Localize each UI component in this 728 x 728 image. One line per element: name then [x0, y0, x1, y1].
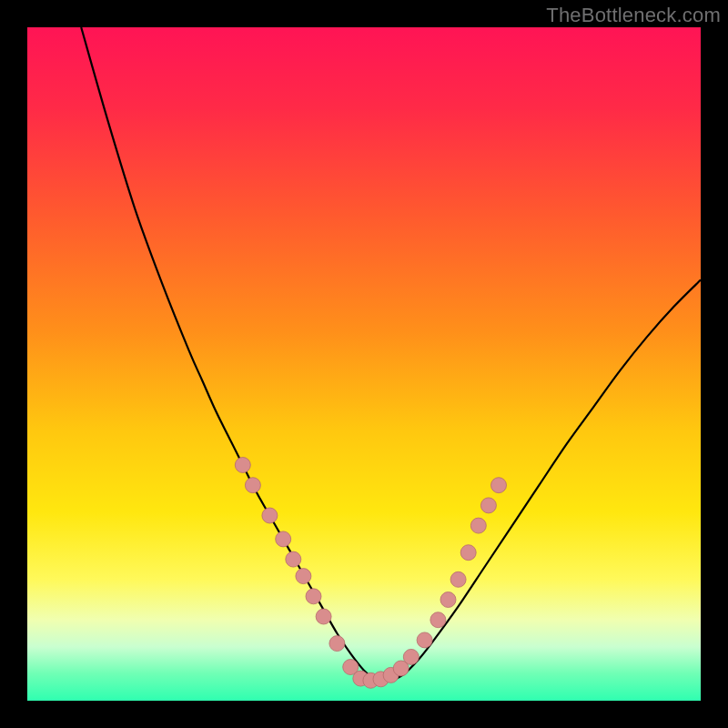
- watermark-text: TheBottleneck.com: [546, 4, 721, 27]
- data-marker: [262, 508, 278, 523]
- data-marker: [417, 632, 432, 648]
- gradient-background: [27, 27, 701, 701]
- data-marker: [460, 545, 476, 561]
- data-marker: [450, 571, 466, 587]
- chart-frame: TheBottleneck.com: [0, 0, 728, 728]
- data-marker: [491, 478, 507, 493]
- data-marker: [286, 551, 301, 567]
- data-marker: [245, 478, 260, 493]
- data-marker: [480, 498, 496, 513]
- data-marker: [316, 609, 331, 624]
- data-marker: [276, 531, 291, 547]
- chart-svg: [27, 27, 701, 701]
- data-marker: [430, 612, 446, 628]
- data-marker: [470, 518, 486, 533]
- plot-area: [27, 27, 701, 701]
- data-marker: [329, 636, 345, 652]
- data-marker: [440, 592, 456, 608]
- data-marker: [403, 649, 419, 664]
- data-marker: [306, 589, 321, 604]
- data-marker: [296, 569, 311, 584]
- data-marker: [235, 458, 250, 473]
